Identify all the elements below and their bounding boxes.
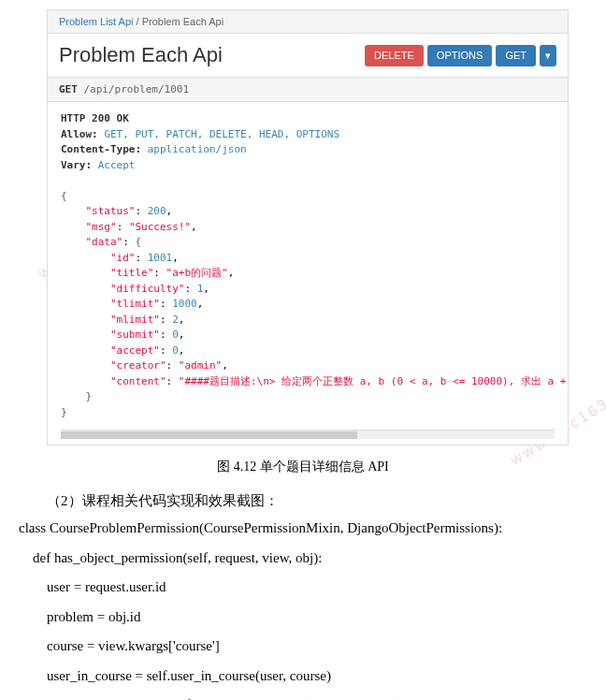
code-block: class CourseProblemPermission(CoursePerm…	[19, 514, 587, 700]
page-title: Problem Each Api	[59, 43, 223, 67]
scrollbar-thumb[interactable]	[61, 431, 357, 439]
hdr-allow: Allow:	[61, 128, 98, 140]
response-body: HTTP 200 OK Allow: GET, PUT, PATCH, DELE…	[48, 102, 568, 430]
horizontal-scrollbar[interactable]	[61, 430, 555, 439]
request-line: GET /api/problem/1001	[48, 77, 568, 102]
json-accept: 0	[172, 344, 179, 357]
breadcrumb-current: Problem Each Api	[142, 16, 224, 27]
code-line: class CourseProblemPermission(CoursePerm…	[19, 514, 587, 544]
options-button[interactable]: OPTIONS	[427, 45, 493, 66]
code-line: problem = obj.id	[19, 603, 587, 633]
json-mlimit: 2	[172, 314, 179, 326]
json-msg: Success!	[136, 221, 185, 233]
api-browser-panel: Problem List Api / Problem Each Api Prob…	[47, 9, 569, 445]
json-submit: 0	[172, 328, 179, 341]
hdr-vary-val: Accept	[98, 159, 136, 171]
code-line: problem_in_course = self.problem_in_cour…	[19, 691, 587, 700]
json-id: 1001	[148, 252, 173, 264]
code-line: def has_object_permission(self, request,…	[19, 544, 587, 574]
figure-caption: 图 4.12 单个题目详细信息 API	[0, 459, 606, 475]
chevron-down-icon: ▾	[545, 50, 551, 61]
hdr-allow-val: GET, PUT, PATCH, DELETE, HEAD, OPTIONS	[104, 128, 339, 140]
status-line: HTTP 200 OK	[61, 112, 129, 124]
code-line: user_in_course = self.user_in_course(use…	[19, 662, 587, 692]
hdr-ct-val: application/json	[148, 143, 247, 155]
delete-button[interactable]: DELETE	[365, 45, 424, 66]
code-line: user = request.user.id	[19, 573, 587, 603]
hdr-vary: Vary:	[61, 159, 92, 171]
json-tlimit: 1000	[172, 298, 197, 310]
breadcrumb-link[interactable]: Problem List Api	[59, 16, 133, 27]
code-line: course = view.kwargs['course']	[19, 632, 587, 662]
json-content: ####题目描述:\n> 给定两个正整数 a, b (0 < a, b <= 1…	[184, 375, 568, 387]
request-method: GET	[59, 83, 78, 95]
get-dropdown-button[interactable]: ▾	[540, 45, 556, 66]
json-title: a+b的问题	[172, 267, 222, 279]
request-path: /api/problem/1001	[84, 83, 190, 95]
json-creator: admin	[184, 359, 215, 372]
json-status: 200	[148, 205, 166, 217]
action-buttons: DELETE OPTIONS GET ▾	[365, 45, 556, 66]
hdr-ct: Content-Type:	[61, 143, 141, 155]
paragraph-2: （2）课程相关代码实现和效果截图：	[19, 489, 587, 514]
breadcrumb: Problem List Api / Problem Each Api	[48, 10, 568, 34]
json-difficulty: 1	[197, 283, 204, 295]
get-button[interactable]: GET	[496, 45, 536, 66]
